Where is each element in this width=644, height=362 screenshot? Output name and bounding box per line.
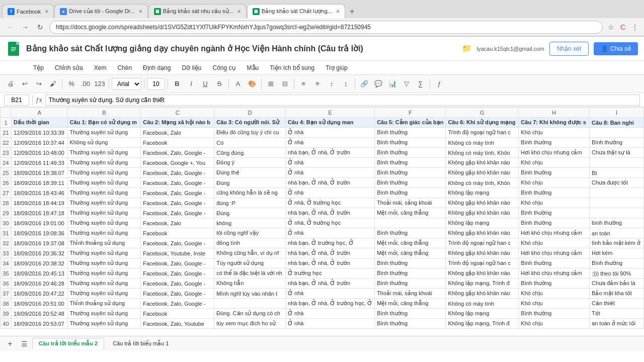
undo-button[interactable]: ↩ xyxy=(18,77,31,90)
cell-35-c[interactable]: Facebook, Zalo, Google - xyxy=(141,268,214,279)
sheet-list-button[interactable]: ☰ xyxy=(18,338,30,350)
cell-25-e[interactable]: Ở nhà xyxy=(286,168,375,178)
tab-sheets2[interactable]: ▦ Bảng khảo sát Chất lượng... × xyxy=(247,4,345,18)
cell-27-i[interactable] xyxy=(590,188,644,198)
cell-22-b[interactable]: Không sử dụng xyxy=(67,138,141,148)
cell-40-e[interactable]: Ở nhà xyxy=(286,319,375,329)
cell-38-b[interactable]: Thỉnh thoảng sử dụng xyxy=(67,299,141,309)
share-button[interactable]: 👤 Chia sẻ xyxy=(594,42,638,55)
cell-34-h[interactable]: Bình thường xyxy=(519,258,590,268)
cell-32-f[interactable]: Mệt mỏi, căng thẳng xyxy=(375,238,446,248)
tab-close-sheets2[interactable]: × xyxy=(336,8,340,15)
cell-33-g[interactable]: Không gặp khó khăn nào xyxy=(446,248,519,258)
cell-26-i[interactable]: Chưa được tốt xyxy=(590,178,644,188)
menu-help[interactable]: Trợ giúp xyxy=(320,62,353,73)
cell-1-i[interactable]: Câu 8: Ban nghi xyxy=(590,118,644,128)
cell-36-c[interactable]: Facebook, Zalo, Google - xyxy=(141,279,214,289)
row-num-32[interactable]: 32 xyxy=(1,238,12,248)
cell-31-c[interactable]: Facebook xyxy=(141,228,214,238)
cell-26-a[interactable]: 18/09/2016 18:39:11 xyxy=(11,178,67,188)
cell-30-h[interactable]: Bình thường xyxy=(519,218,590,228)
cell-1-d[interactable]: Câu 3: Có người nói. Sử xyxy=(214,118,286,128)
cell-35-b[interactable]: Thường xuyên sử dụng xyxy=(67,268,141,279)
row-num-37[interactable]: 37 xyxy=(1,289,12,299)
cell-34-a[interactable]: 18/09/2016 20:38:32 xyxy=(11,258,67,268)
cell-28-f[interactable]: Thoải mái, sảng khoái xyxy=(375,198,446,208)
row-num-27[interactable]: 27 xyxy=(1,188,12,198)
cell-29-i[interactable] xyxy=(590,208,644,218)
cell-38-c[interactable]: Facebook, Zalo, Google - xyxy=(141,299,214,309)
cell-27-d[interactable]: cũng không hẳn là sẽ ng xyxy=(214,188,286,198)
comment-button[interactable]: 💬 xyxy=(372,77,385,90)
cell-24-h[interactable]: Khó chịu xyxy=(519,158,590,168)
cell-39-h[interactable]: Bình thường xyxy=(519,309,590,319)
row-num-22[interactable]: 22 xyxy=(1,138,12,148)
cell-30-a[interactable]: 18/09/2016 19:01:00 xyxy=(11,218,67,228)
cell-29-g[interactable]: Không gặp khó khăn nào xyxy=(446,208,519,218)
cell-36-d[interactable]: Không hẳn xyxy=(214,279,286,289)
cell-37-f[interactable]: Thoải mái, sảng khoái xyxy=(375,289,446,299)
cell-32-h[interactable]: Khó chịu xyxy=(519,238,590,248)
cell-31-g[interactable]: Không gặp khó khăn nào xyxy=(446,228,519,238)
cell-22-h[interactable]: Bình thường xyxy=(519,138,590,148)
cell-39-c[interactable]: Facebook xyxy=(141,309,214,319)
cell-36-e[interactable]: nhà bạn, Ở nhà, Ở trườn xyxy=(286,279,375,289)
cell-27-h[interactable]: Bình thường xyxy=(519,188,590,198)
cell-38-f[interactable]: Mệt mỏi, căng thẳng xyxy=(375,299,446,309)
formula-fx-icon[interactable]: ƒx xyxy=(36,97,42,104)
cell-23-i[interactable]: Chưa thật sự là xyxy=(590,148,644,158)
cell-26-g[interactable]: Không có máy tính, Khôn xyxy=(446,178,519,188)
row-num-38[interactable]: 38 xyxy=(1,299,12,309)
cell-31-e[interactable]: Ở nhà xyxy=(286,228,375,238)
cell-22-i[interactable]: Bình thường xyxy=(590,138,644,148)
row-num-39[interactable]: 39 xyxy=(1,309,12,319)
cell-34-d[interactable]: Tùy người sử dụng xyxy=(214,258,286,268)
cell-34-b[interactable]: Thường xuyên sử dụng xyxy=(67,258,141,268)
filter-button[interactable]: ▽ xyxy=(400,77,413,90)
cell-28-i[interactable] xyxy=(590,198,644,208)
cell-29-a[interactable]: 18/09/2016 18:47:18 xyxy=(11,208,67,218)
row-num-30[interactable]: 30 xyxy=(1,218,12,228)
link-button[interactable]: 🔗 xyxy=(358,77,371,90)
col-header-h[interactable]: H xyxy=(519,108,590,118)
cell-25-g[interactable]: Không gặp khó khăn nào xyxy=(446,168,519,178)
menu-tools[interactable]: Công cụ xyxy=(207,62,240,73)
cell-33-i[interactable]: Hơi kém xyxy=(590,248,644,258)
row-num-34[interactable]: 34 xyxy=(1,258,12,268)
cell-22-f[interactable]: Bình thường xyxy=(375,138,446,148)
row-num-24[interactable]: 24 xyxy=(1,158,12,168)
cell-28-g[interactable]: Không gặp khó khăn nào xyxy=(446,198,519,208)
cell-38-i[interactable]: Cần thiết xyxy=(590,299,644,309)
cell-24-d[interactable]: Đồng ý xyxy=(214,158,286,168)
cell-21-i[interactable] xyxy=(590,128,644,138)
cell-38-e[interactable]: nhà bạn, Ở nhà, Ở trường học, Ở xyxy=(286,299,375,309)
col-header-f[interactable]: F xyxy=(375,108,446,118)
coccoc-icon[interactable]: C xyxy=(618,22,628,32)
cell-22-e[interactable]: Ở nhà xyxy=(286,138,375,148)
cell-24-c[interactable]: Facebook, Google +, You xyxy=(141,158,214,168)
cell-31-f[interactable]: Bình thường xyxy=(375,228,446,238)
cell-27-e[interactable]: Ở nhà xyxy=(286,188,375,198)
cell-40-c[interactable]: Facebook, Zalo, Youtube xyxy=(141,319,214,329)
row-num-1[interactable]: 1 xyxy=(1,118,12,128)
cell-26-b[interactable]: Thường xuyên sử dụng xyxy=(67,178,141,188)
cell-33-b[interactable]: Thường xuyên sử dụng xyxy=(67,248,141,258)
cell-35-a[interactable]: 18/09/2016 20:45:13 xyxy=(11,268,67,279)
cell-36-b[interactable]: Thường xuyên sử dụng xyxy=(67,279,141,289)
menu-view[interactable]: Xem xyxy=(89,62,112,73)
cell-25-i[interactable]: Bt xyxy=(590,168,644,178)
cell-37-g[interactable]: Không gặp khó khăn nào xyxy=(446,289,519,299)
cell-29-e[interactable]: nhà bạn, Ở nhà, Ở trườn xyxy=(286,208,375,218)
tab-drive[interactable]: ▲ Drive của tôi - Google Dr... × xyxy=(54,4,148,18)
cell-40-g[interactable]: Không lập mạng, Trình đ xyxy=(446,319,519,329)
col-header-d[interactable]: D xyxy=(214,108,286,118)
cell-40-b[interactable]: Thường xuyên sử dụng xyxy=(67,319,141,329)
cell-23-d[interactable]: Cũng đúng. xyxy=(214,148,286,158)
sheet-grid[interactable]: A B C D E F G H I 1 Dấu thời gian Câu 1:… xyxy=(0,107,644,336)
cell-24-e[interactable]: Ở nhà xyxy=(286,158,375,168)
cell-34-c[interactable]: Facebook, Zalo, Google - xyxy=(141,258,214,268)
vertical-align-button[interactable]: ↨ xyxy=(339,77,352,90)
cell-21-e[interactable]: Ở nhà xyxy=(286,128,375,138)
tab-facebook[interactable]: f Facebook × xyxy=(2,4,54,18)
cell-22-a[interactable]: 12/09/2016 10:37:44 xyxy=(11,138,67,148)
